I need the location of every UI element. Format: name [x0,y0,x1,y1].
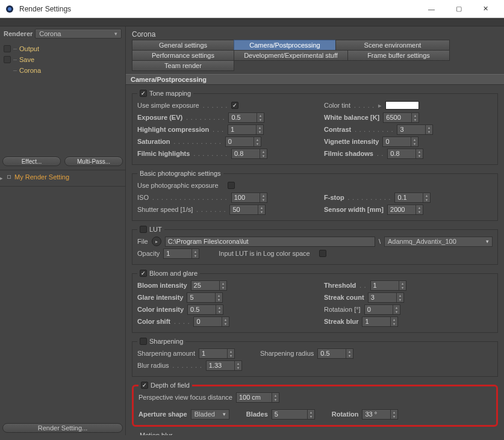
renderer-label: Renderer [4,30,33,37]
app-icon [5,4,14,14]
lut-path-input[interactable]: C:\Program Files\corona\lut [165,237,375,247]
streak-count-input[interactable]: 3▴▾ [368,293,404,303]
color-tint-swatch[interactable] [385,101,419,110]
use-simple-exposure-checkbox[interactable] [231,102,238,109]
tab-general[interactable]: General settings [132,40,234,51]
vignette-input[interactable]: 0▴▾ [382,137,418,147]
lut-log-checkbox[interactable] [319,250,326,257]
rotation-deg-input[interactable]: 0▴▾ [364,305,400,315]
tree-corona[interactable]: Corona [4,65,122,76]
expand-icon[interactable]: ▸ [0,173,3,184]
renderer-dropdown[interactable]: Corona [35,29,122,39]
file-browse-icon[interactable]: ▸ [152,237,161,246]
bloom-checkbox[interactable] [140,270,147,277]
panel-title: Corona [126,26,504,40]
blur-radius-input[interactable]: 1.33▴▾ [206,361,242,371]
bloom-intensity-input[interactable]: 25▴▾ [191,280,227,291]
tab-framebuffer[interactable]: Frame buffer settings [347,50,450,61]
tone-mapping-checkbox[interactable] [140,90,147,97]
color-shift-input[interactable]: 0▴▾ [193,317,229,327]
sharpening-group: Sharpening Sharpening amount 1▴▾ Sharpen… [132,338,498,377]
active-indicator-icon [7,175,11,179]
filmic-highlights-input[interactable]: 0.8▴▾ [231,149,267,159]
contrast-input[interactable]: 3▴▾ [397,125,433,135]
tab-camera[interactable]: Camera/Postprocessing [234,40,336,51]
tree-save[interactable]: Save [4,54,122,65]
minimize-button[interactable]: — [418,0,445,17]
color-intensity-input[interactable]: 0.5▴▾ [187,305,223,315]
glare-intensity-input[interactable]: 5▴▾ [187,293,223,303]
blades-input[interactable]: 5▴▾ [272,409,315,420]
dof-rotation-input[interactable]: 33 °▴▾ [362,409,398,420]
bloom-group: Bloom and glare Bloom intensity25▴▾ Glar… [132,270,498,333]
tab-dev[interactable]: Development/Experimental stuff [234,50,348,61]
photographic-group: Basic photographic settings Use photogra… [132,170,498,221]
lut-preset-dropdown[interactable]: Adanmq_Advantix_100 [384,237,493,247]
dof-group: Depth of field Perspective view focus di… [132,382,498,427]
dof-checkbox[interactable] [141,382,148,389]
lut-checkbox[interactable] [140,226,147,233]
saturation-input[interactable]: 0▴▾ [225,137,261,147]
exposure-input[interactable]: 0.5▴▾ [228,113,264,123]
use-photo-exposure-checkbox[interactable] [228,182,235,189]
streak-blur-input[interactable]: 1▴▾ [362,317,398,327]
tab-scene-env[interactable]: Scene environment [335,40,450,51]
lut-opacity-input[interactable]: 1▴▾ [163,249,199,259]
fstop-input[interactable]: 0.1▴▾ [394,193,431,203]
sharpening-radius-input[interactable]: 0.5▴▾ [317,349,353,359]
settings-tree: Output Save Corona [0,41,125,78]
shutter-input[interactable]: 50▴▾ [229,205,266,215]
iso-input[interactable]: 100▴▾ [231,193,267,203]
close-button[interactable]: ✕ [472,0,499,17]
filmic-shadows-input[interactable]: 0.8▴▾ [387,149,423,159]
aperture-shape-dropdown[interactable]: Bladed [191,409,229,420]
render-setting-button[interactable]: Render Setting... [2,423,123,433]
focus-distance-input[interactable]: 100 cm▴▾ [236,392,279,403]
tab-team-render[interactable]: Team render [132,60,234,71]
toolbar-grip [0,18,504,26]
maximize-button[interactable]: ▢ [445,0,472,17]
tone-mapping-group: Tone mapping Use simple exposure. . . . … [132,90,498,165]
lut-group: LUT File ▸ C:\Program Files\corona\lut \… [132,226,498,265]
motion-blur-group: Motion blur Enable camera Enable objects… [132,432,498,435]
section-header: Camera/Postprocessing [126,74,504,85]
threshold-input[interactable]: 1▴▾ [370,280,406,291]
svg-point-1 [8,7,11,11]
white-balance-input[interactable]: 6500▴▾ [383,113,419,123]
render-setting-item[interactable]: ▸ My Render Setting [0,172,125,182]
sensor-input[interactable]: 2000▴▾ [387,205,423,215]
highlight-compression-input[interactable]: 1▴▾ [228,125,264,135]
tab-performance[interactable]: Performance settings [132,50,234,61]
tree-output[interactable]: Output [4,43,122,54]
window-title: Render Settings [19,5,418,13]
sharpening-checkbox[interactable] [140,338,147,345]
window-titlebar: Render Settings — ▢ ✕ [0,0,504,18]
sharpening-amount-input[interactable]: 1▴▾ [199,349,235,359]
multipass-button[interactable]: Multi-Pass... [64,156,123,166]
effect-button[interactable]: Effect... [2,156,61,166]
